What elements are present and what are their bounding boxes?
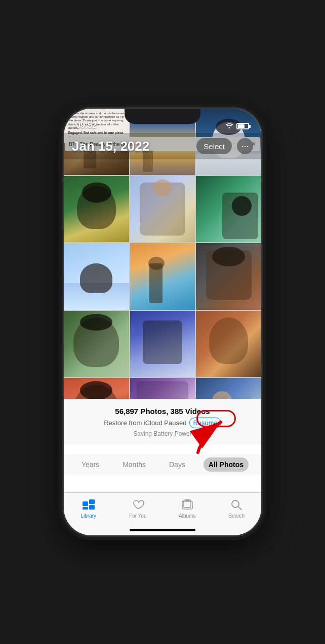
bottom-info: 56,897 Photos, 385 Videos Restore from i… xyxy=(64,399,261,444)
for-you-icon xyxy=(131,498,144,511)
view-selector: Years Months Days All Photos xyxy=(64,454,261,475)
photos-count: 56,897 Photos, 385 Videos xyxy=(115,407,210,416)
svg-line-8 xyxy=(238,507,242,510)
view-months-button[interactable]: Months xyxy=(117,457,151,472)
svg-rect-1 xyxy=(89,499,95,504)
icloud-text: Restore from iCloud Paused xyxy=(104,419,186,427)
notch xyxy=(125,109,200,124)
select-button[interactable]: Select xyxy=(196,138,232,154)
header-buttons: Select ··· xyxy=(196,138,253,154)
resume-button[interactable]: Resume xyxy=(189,418,221,428)
battery-icon xyxy=(236,123,249,129)
tab-library[interactable]: Library xyxy=(64,498,113,519)
photo-cell-10[interactable] xyxy=(64,311,129,377)
view-days-button[interactable]: Days xyxy=(164,457,190,472)
svg-rect-3 xyxy=(89,505,95,510)
status-time: 09:52 xyxy=(76,121,97,130)
home-indicator xyxy=(130,529,195,531)
wifi-icon xyxy=(225,122,233,130)
photos-header: Jan 15, 2022 Select ··· xyxy=(64,133,261,159)
library-icon xyxy=(82,498,95,511)
battery-fill xyxy=(238,124,245,128)
photo-cell-6[interactable] xyxy=(196,176,261,242)
tab-search-label: Search xyxy=(228,513,245,519)
phone-frame: because the women and me just because of… xyxy=(64,109,261,535)
saving-text: Saving Battery Power xyxy=(133,430,191,437)
photo-cell-5[interactable] xyxy=(130,176,195,242)
svg-rect-6 xyxy=(185,499,189,501)
svg-rect-2 xyxy=(83,507,88,510)
more-button[interactable]: ··· xyxy=(237,138,253,154)
photo-cell-9[interactable] xyxy=(196,243,261,309)
photo-cell-7[interactable] xyxy=(64,243,129,309)
photo-cell-11[interactable] xyxy=(130,311,195,377)
view-all-button[interactable]: All Photos xyxy=(204,457,249,472)
screen: because the women and me just because of… xyxy=(64,109,261,535)
photo-cell-4[interactable] xyxy=(64,176,129,242)
tab-search[interactable]: Search xyxy=(212,498,262,519)
tab-for-you[interactable]: For You xyxy=(113,498,163,519)
tab-library-label: Library xyxy=(80,513,96,519)
icloud-status: Restore from iCloud Paused Resume xyxy=(104,418,221,428)
tab-albums-label: Albums xyxy=(179,513,195,519)
tab-albums[interactable]: Albums xyxy=(162,498,212,519)
albums-icon xyxy=(181,498,194,511)
photo-cell-12[interactable] xyxy=(196,311,261,377)
search-icon xyxy=(230,498,243,511)
photos-date: Jan 15, 2022 xyxy=(72,139,149,154)
svg-rect-0 xyxy=(83,501,88,506)
tab-for-you-label: For You xyxy=(129,513,146,519)
status-icons xyxy=(225,122,249,130)
photo-cell-8[interactable] xyxy=(130,243,195,309)
view-years-button[interactable]: Years xyxy=(76,457,104,472)
